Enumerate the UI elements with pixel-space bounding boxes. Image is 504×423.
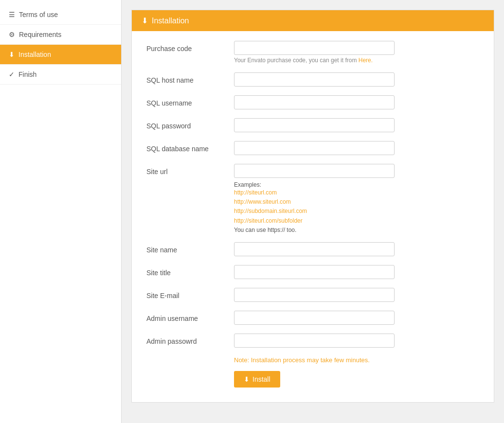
purchase-code-input[interactable]	[234, 41, 395, 55]
site-email-field	[234, 288, 395, 302]
sidebar-label-terms-of-use: Terms of use	[19, 11, 58, 18]
site-title-group: Site title	[146, 265, 479, 279]
admin-password-label: Admin passowrd	[146, 334, 234, 345]
example-url-3[interactable]: http://subdomain.siteurl.com	[234, 207, 395, 216]
site-url-field: Examples: http://siteurl.com http://www.…	[234, 164, 395, 233]
check-icon: ✓	[9, 70, 15, 78]
site-email-group: Site E-mail	[146, 288, 479, 302]
install-icon: ⬇	[244, 375, 250, 383]
site-url-examples: Examples: http://siteurl.com http://www.…	[234, 180, 395, 233]
site-email-input[interactable]	[234, 288, 395, 302]
purchase-code-field: Your Envato purchase code, you can get i…	[234, 41, 395, 64]
site-name-input[interactable]	[234, 242, 395, 256]
note-prefix: Note:	[234, 356, 249, 364]
sql-database-label: SQL database name	[146, 141, 234, 153]
admin-password-group: Admin passowrd	[146, 334, 479, 348]
sql-password-input[interactable]	[234, 118, 395, 132]
examples-label: Examples:	[234, 181, 261, 188]
site-url-group: Site url Examples: http://siteurl.com ht…	[146, 164, 479, 233]
site-name-field	[234, 242, 395, 256]
sidebar-item-terms-of-use[interactable]: ☰ Terms of use	[0, 5, 121, 25]
example-url-4[interactable]: http://siteurl.com/subfolder	[234, 216, 395, 226]
sidebar-label-installation: Installation	[18, 51, 51, 58]
note-text: Note: Installation process may take few …	[234, 356, 370, 364]
panel-header-icon: ⬇	[142, 16, 148, 25]
sidebar: ☰ Terms of use ⚙ Requirements ⬇ Installa…	[0, 0, 122, 423]
sql-username-field	[234, 95, 395, 109]
sql-database-group: SQL database name	[146, 141, 479, 155]
sql-host-input[interactable]	[234, 72, 395, 87]
sql-host-group: SQL host name	[146, 72, 479, 87]
note-row: Note: Installation process may take few …	[146, 356, 479, 364]
download-icon: ⬇	[9, 51, 15, 58]
panel-body: Purchase code Your Envato purchase code,…	[132, 31, 494, 402]
menu-icon: ☰	[9, 11, 15, 18]
admin-password-input[interactable]	[234, 334, 395, 348]
sql-username-label: SQL username	[146, 95, 234, 107]
sql-username-group: SQL username	[146, 95, 479, 109]
sql-password-group: SQL password	[146, 118, 479, 132]
site-title-input[interactable]	[234, 265, 395, 279]
site-name-label: Site name	[146, 242, 234, 254]
install-row: ⬇ Install	[146, 371, 479, 388]
example-note: You can use https:// too.	[234, 227, 296, 233]
gear-icon: ⚙	[9, 31, 15, 38]
sql-username-input[interactable]	[234, 95, 395, 109]
sidebar-label-requirements: Requirements	[19, 31, 61, 38]
purchase-code-label: Purchase code	[146, 41, 234, 53]
site-email-label: Site E-mail	[146, 288, 234, 300]
sql-host-label: SQL host name	[146, 72, 234, 84]
admin-password-field	[234, 334, 395, 348]
sidebar-item-installation[interactable]: ⬇ Installation	[0, 45, 121, 65]
sql-password-label: SQL password	[146, 118, 234, 130]
note-message: Installation process may take few minute…	[249, 356, 370, 364]
site-name-group: Site name	[146, 242, 479, 256]
install-label: Install	[252, 375, 270, 383]
here-link[interactable]: Here.	[359, 57, 373, 64]
site-url-label: Site url	[146, 164, 234, 176]
admin-username-group: Admin username	[146, 311, 479, 325]
sidebar-label-finish: Finish	[18, 70, 36, 78]
purchase-code-help: Your Envato purchase code, you can get i…	[234, 57, 395, 64]
admin-username-input[interactable]	[234, 311, 395, 325]
panel-header: ⬇ Installation	[132, 10, 494, 31]
sql-host-field	[234, 72, 395, 87]
main-content: ⬇ Installation Purchase code Your Envato…	[122, 0, 504, 423]
sidebar-item-finish[interactable]: ✓ Finish	[0, 65, 121, 85]
example-url-1[interactable]: http://siteurl.com	[234, 188, 395, 197]
panel-header-title: Installation	[152, 17, 189, 25]
site-title-label: Site title	[146, 265, 234, 277]
install-button[interactable]: ⬇ Install	[234, 371, 280, 388]
site-url-input[interactable]	[234, 164, 395, 178]
sql-database-field	[234, 141, 395, 155]
site-title-field	[234, 265, 395, 279]
sql-password-field	[234, 118, 395, 132]
example-url-2[interactable]: http://www.siteurl.com	[234, 197, 395, 207]
purchase-code-group: Purchase code Your Envato purchase code,…	[146, 41, 479, 64]
sidebar-item-requirements[interactable]: ⚙ Requirements	[0, 25, 121, 45]
sql-database-input[interactable]	[234, 141, 395, 155]
admin-username-field	[234, 311, 395, 325]
installation-panel: ⬇ Installation Purchase code Your Envato…	[131, 10, 494, 403]
admin-username-label: Admin username	[146, 311, 234, 322]
